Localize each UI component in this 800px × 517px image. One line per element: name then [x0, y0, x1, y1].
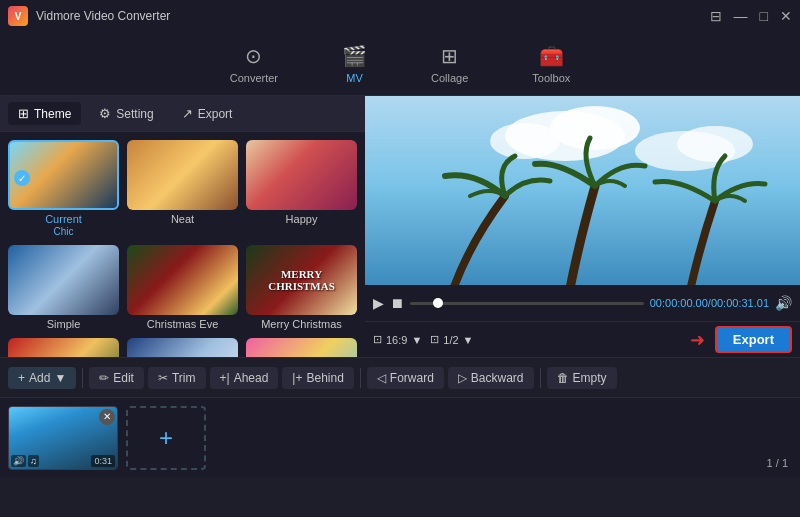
nav-mv[interactable]: 🎬 MV [326, 40, 383, 88]
toolbox-icon: 🧰 [539, 44, 564, 68]
add-button[interactable]: + Add ▼ [8, 367, 76, 389]
main-content: ⊞ Theme ⚙ Setting ↗ Export ✓ Current [0, 96, 800, 357]
nav-collage[interactable]: ⊞ Collage [415, 40, 484, 88]
theme-grid: ✓ Current Chic Neat Happy Simple [0, 132, 365, 357]
quality-icon: ⊡ [430, 333, 439, 346]
minimize-icon[interactable]: ⊟ [710, 9, 722, 23]
add-clip-button[interactable]: + [126, 406, 206, 470]
theme-item-neat[interactable]: Neat [127, 140, 238, 237]
collage-icon: ⊞ [441, 44, 458, 68]
timeline-clip-1[interactable]: ✕ 🔊 ♫ 0:31 [8, 406, 118, 470]
theme-item-christmas-eve[interactable]: Christmas Eve [127, 245, 238, 330]
theme-item-simple[interactable]: Simple [8, 245, 119, 330]
add-label: Add [29, 371, 50, 385]
theme-label-simple: Simple [8, 318, 119, 330]
title-bar-left: V Vidmore Video Converter [8, 6, 170, 26]
theme-item-santa-claus[interactable]: Santa Claus [8, 338, 119, 357]
app-title: Vidmore Video Converter [36, 9, 170, 23]
theme-label-happy: Happy [246, 213, 357, 225]
add-icon: + [18, 371, 25, 385]
ratio-label: 16:9 [386, 334, 407, 346]
nav-bar: ⊙ Converter 🎬 MV ⊞ Collage 🧰 Toolbox [0, 32, 800, 96]
tab-export-label: Export [198, 107, 233, 121]
edit-icon: ✏ [99, 371, 109, 385]
export-button[interactable]: Export [715, 326, 792, 353]
theme-item-happy[interactable]: Happy [246, 140, 357, 237]
title-bar-controls: ⊟ — □ ✕ [710, 9, 792, 23]
timeline-area: ✕ 🔊 ♫ 0:31 + 1 / 1 [0, 397, 800, 477]
clip-remove-button[interactable]: ✕ [99, 409, 115, 425]
add-chevron: ▼ [54, 371, 66, 385]
collage-label: Collage [431, 72, 468, 84]
setting-gear-icon: ⚙ [99, 106, 111, 121]
tab-theme[interactable]: ⊞ Theme [8, 102, 81, 125]
theme-check-current: ✓ [14, 170, 30, 186]
nav-toolbox[interactable]: 🧰 Toolbox [516, 40, 586, 88]
theme-item-stripes[interactable]: Stripes & Waves [246, 338, 357, 357]
time-display: 00:00:00.00/00:00:31.01 [650, 297, 769, 309]
export-arrow-indicator: ➜ [690, 329, 705, 351]
restore-icon[interactable]: — [734, 9, 748, 23]
progress-dot [433, 298, 443, 308]
theme-label-current: Current Chic [8, 213, 119, 237]
volume-icon[interactable]: 🔊 [775, 295, 792, 311]
forward-button[interactable]: ◁ Forward [367, 367, 444, 389]
ahead-label: Ahead [234, 371, 269, 385]
ratio-selector[interactable]: ⊡ 16:9 ▼ [373, 333, 422, 346]
video-controls2: ⊡ 16:9 ▼ ⊡ 1/2 ▼ ➜ Export [365, 321, 800, 357]
bottom-toolbar: + Add ▼ ✏ Edit ✂ Trim +| Ahead |+ Behind… [0, 357, 800, 397]
theme-label-merry-christmas: Merry Christmas [246, 318, 357, 330]
stop-button[interactable]: ⏹ [390, 295, 404, 311]
clip-music-icon: ♫ [28, 455, 39, 467]
trim-button[interactable]: ✂ Trim [148, 367, 206, 389]
tab-theme-label: Theme [34, 107, 71, 121]
video-controls: ▶ ⏹ 00:00:00.00/00:00:31.01 🔊 [365, 285, 800, 321]
progress-bar[interactable] [410, 302, 644, 305]
export-arrow-icon: ↗ [182, 106, 193, 121]
play-button[interactable]: ▶ [373, 295, 384, 311]
tab-export[interactable]: ↗ Export [172, 102, 243, 125]
maximize-icon[interactable]: □ [760, 9, 768, 23]
app-logo: V [8, 6, 28, 26]
toolbar-sep-1 [82, 368, 83, 388]
preview-video [365, 96, 800, 285]
clip-info: 🔊 ♫ [11, 455, 39, 467]
svg-point-5 [677, 126, 753, 162]
trim-label: Trim [172, 371, 196, 385]
theme-item-snowy-night[interactable]: Snowy Night [127, 338, 238, 357]
toolbar-sep-2 [360, 368, 361, 388]
theme-grid-icon: ⊞ [18, 106, 29, 121]
behind-button[interactable]: |+ Behind [282, 367, 354, 389]
quality-label: 1/2 [443, 334, 458, 346]
backward-label: Backward [471, 371, 524, 385]
backward-icon: ▷ [458, 371, 467, 385]
edit-label: Edit [113, 371, 134, 385]
nav-converter[interactable]: ⊙ Converter [214, 40, 294, 88]
trim-icon: ✂ [158, 371, 168, 385]
ahead-button[interactable]: +| Ahead [210, 367, 279, 389]
quality-selector[interactable]: ⊡ 1/2 ▼ [430, 333, 473, 346]
svg-point-3 [490, 123, 560, 159]
page-counter: 1 / 1 [767, 457, 788, 469]
forward-icon: ◁ [377, 371, 386, 385]
title-bar: V Vidmore Video Converter ⊟ — □ ✕ [0, 0, 800, 32]
ahead-icon: +| [220, 371, 230, 385]
empty-button[interactable]: 🗑 Empty [547, 367, 617, 389]
left-panel: ⊞ Theme ⚙ Setting ↗ Export ✓ Current [0, 96, 365, 357]
toolbox-label: Toolbox [532, 72, 570, 84]
behind-label: Behind [306, 371, 343, 385]
backward-button[interactable]: ▷ Backward [448, 367, 534, 389]
tab-setting[interactable]: ⚙ Setting [89, 102, 163, 125]
tab-setting-label: Setting [116, 107, 153, 121]
merry-text: MERRYCHRISTMAS [268, 268, 335, 292]
mv-label: MV [346, 72, 363, 84]
ratio-chevron: ▼ [411, 334, 422, 346]
quality-chevron: ▼ [463, 334, 474, 346]
svg-point-2 [550, 106, 640, 150]
theme-item-merry-christmas[interactable]: MERRYCHRISTMAS Merry Christmas [246, 245, 357, 330]
toolbar-sep-3 [540, 368, 541, 388]
theme-item-current[interactable]: ✓ Current Chic [8, 140, 119, 237]
edit-button[interactable]: ✏ Edit [89, 367, 144, 389]
preview-area [365, 96, 800, 285]
close-icon[interactable]: ✕ [780, 9, 792, 23]
